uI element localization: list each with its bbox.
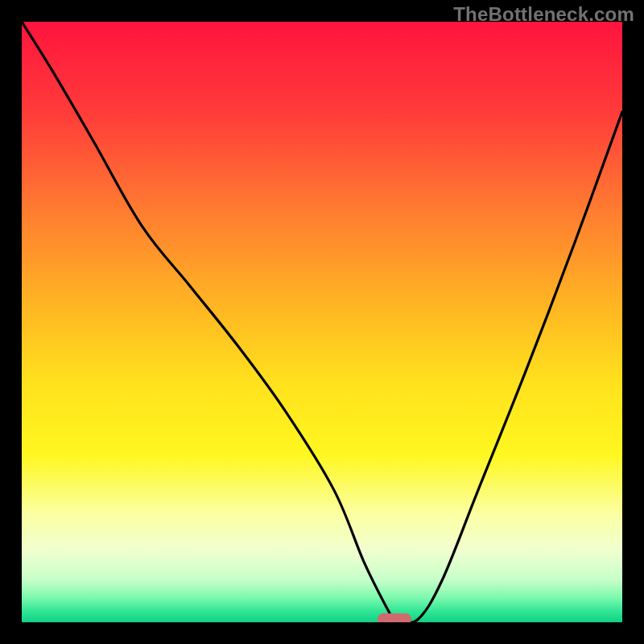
optimal-point-marker bbox=[378, 613, 411, 622]
bottleneck-curve bbox=[22, 22, 622, 622]
chart-frame: TheBottleneck.com bbox=[0, 0, 644, 644]
plot-area bbox=[22, 22, 622, 622]
